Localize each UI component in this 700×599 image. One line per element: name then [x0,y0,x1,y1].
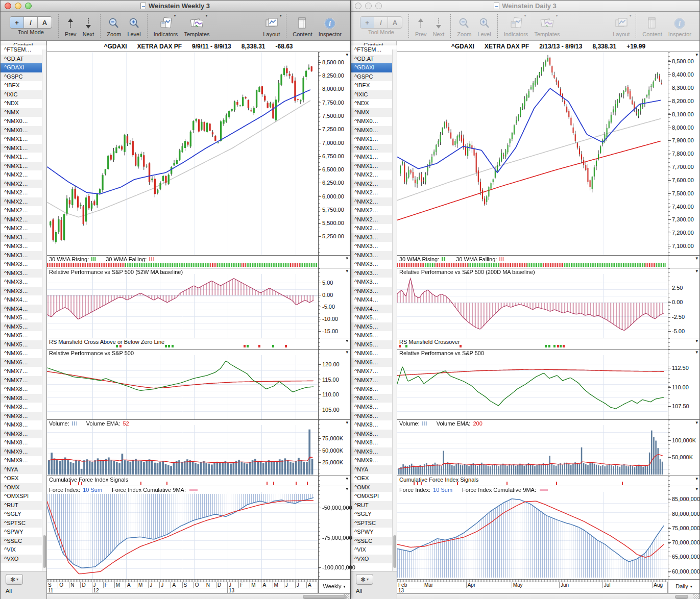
sidebar-item[interactable]: ^NMX8… [351,403,397,412]
sidebar-item[interactable]: ^SGLY [351,510,397,519]
resize-grip[interactable] [693,593,699,599]
sidebar-item[interactable]: ^NMX5… [1,340,46,350]
sidebar-item[interactable]: ^NMX9… [351,456,397,465]
mansfield-signal-panel-plot[interactable]: RS Mansfield Crossover [397,338,668,349]
sidebar-item[interactable]: ^NMX8… [351,394,397,403]
sidebar-item[interactable]: ^NMX8… [1,403,46,412]
sidebar-item[interactable]: ^FTSEM… [351,45,397,55]
sidebar-item[interactable]: ^NMX5… [1,331,46,340]
sidebar-item[interactable]: ^NMX9… [351,447,397,457]
templates-button[interactable]: ▾Templates [534,14,560,37]
sidebar-item[interactable]: ^NMX5… [351,313,397,322]
wma-trend-strip-plot[interactable]: 30 WMA Rising:30 WMA Falling: [47,256,318,268]
sidebar-item[interactable]: ^SPTSC [351,519,397,528]
sidebar-item[interactable]: ^NMX8… [351,412,397,421]
volume-panel-plot[interactable]: Volume:Volume EMA:200 [397,420,668,476]
sidebar-item[interactable]: ^SSEC [1,537,46,546]
sidebar-item[interactable]: ^NMX0… [351,126,397,135]
sidebar-item[interactable]: ^NMX1… [1,135,46,144]
sidebar-item[interactable]: ^NMX8… [1,430,46,439]
sidebar-item[interactable]: ^NMX2… [1,188,46,197]
sidebar-item[interactable]: ^NMX7… [1,367,46,376]
sidebar-item[interactable]: ^OMX [1,483,46,492]
force-index-panel-plot[interactable]: Force Index:10 SumForce Index Cumulative… [47,486,318,579]
sidebar-item[interactable]: ^NDX [1,99,46,108]
sidebar-item[interactable]: ^NMX2… [1,180,46,189]
timeframe-select[interactable]: Weekly [323,583,342,589]
panel-disclosure-icon[interactable]: ▾ [695,52,698,57]
sidebar-item[interactable]: ^IXIC [351,90,397,99]
sidebar-item[interactable]: ^NMX7… [351,376,397,385]
sidebar-item[interactable]: ^NMX2… [1,170,46,180]
sidebar-item[interactable]: ^NMX2… [1,215,46,224]
layout-button[interactable]: ▾Layout [613,14,630,37]
sidebar-item[interactable]: ^NMX8… [351,420,397,430]
panel-disclosure-icon[interactable]: ▾ [695,350,698,355]
inspector-button[interactable]: iInspector [319,14,342,37]
zoom-in-button[interactable]: Level [477,14,491,37]
mansfield-signal-panel-plot[interactable]: RS Mansfield Cross Above or Below Zero L… [47,338,318,349]
titlebar[interactable]: Weinstein Daily 3 [351,1,699,12]
tool-line-button[interactable]: / [24,17,38,28]
chart-canvas[interactable] [397,420,668,476]
content-button[interactable]: Content [642,14,662,37]
sidebar-item[interactable]: ^GD.AT [1,55,46,64]
sidebar-item[interactable]: ^NMX7… [1,376,46,385]
sidebar-item[interactable]: ^NMX7… [351,367,397,376]
close-button[interactable] [5,3,11,9]
sidebar-item[interactable]: ^NMX8… [1,412,46,421]
sidebar-item[interactable]: ^NMX6… [1,358,46,367]
relative-strength-panel-plot[interactable]: Relative Performance vs S&P 500 [47,350,318,419]
chart-canvas[interactable] [397,350,668,419]
sidebar-item[interactable]: ^NMX1… [1,153,46,162]
sidebar-item[interactable]: ^RUT [351,501,397,510]
panel-disclosure-icon[interactable]: ▾ [346,350,348,355]
sidebar-item[interactable]: ^NMX1… [351,135,397,144]
tool-text-button[interactable]: A [388,17,402,28]
sidebar-item[interactable]: ^NMX8… [351,430,397,439]
sidebar-item[interactable]: ^NMX2… [351,224,397,233]
inspector-button[interactable]: iInspector [668,14,691,37]
sidebar-item[interactable]: ^NMX1… [351,162,397,171]
relative-strength-panel-plot[interactable]: Relative Performance vs S&P 500 [397,350,668,419]
panel-disclosure-icon[interactable]: ▾ [695,256,698,261]
chart-canvas[interactable] [397,268,668,338]
sidebar-item[interactable]: ^NMX [351,108,397,117]
sidebar-item[interactable]: ^OEX [1,474,46,483]
chart-canvas[interactable] [47,350,318,419]
sidebar-item[interactable]: ^VXO [1,555,46,564]
sidebar-item[interactable]: ^GSPC [1,72,46,82]
sidebar-item[interactable]: ^NMX3… [351,242,397,251]
sidebar-item[interactable]: ^NMX8… [1,385,46,394]
sidebar-item[interactable]: ^GDAXI [351,63,397,72]
zoom-window-button[interactable] [25,3,32,9]
sidebar-item[interactable]: ^NMX1… [351,144,397,153]
sidebar-item[interactable]: ^OMXSPI [1,492,46,501]
panel-disclosure-icon[interactable]: ▾ [346,268,348,273]
wma-trend-strip-plot[interactable]: 30 WMA Rising:30 WMA Falling: [397,256,668,268]
sidebar-item[interactable]: ^OMX [351,483,397,492]
zoom-out-button[interactable]: Zoom [457,14,471,37]
sidebar-item[interactable]: ^NMX0… [1,126,46,135]
sidebar-item[interactable]: ^NYA [1,465,46,475]
tool-line-button[interactable]: / [374,17,388,28]
horizontal-scrollbar[interactable] [397,593,699,599]
sidebar-item[interactable]: ^NMX3… [351,260,397,269]
sidebar-item[interactable]: ^NMX3… [1,251,46,260]
sidebar-item[interactable]: ^NMX2… [1,206,46,215]
cumulative-force-signal-panel-plot[interactable]: Cumulative Force Index Signals [47,476,318,486]
chart-canvas[interactable] [47,486,318,579]
sidebar-item[interactable]: ^NMX8… [1,394,46,403]
chart-canvas[interactable] [397,486,668,579]
horizontal-scroll-thumb[interactable] [303,595,347,599]
sidebar-item[interactable]: ^GSPC [351,72,397,82]
next-button[interactable]: Next [433,14,445,37]
chart-canvas[interactable] [47,268,318,338]
tool-crosshair-button[interactable]: + [360,17,374,28]
sidebar-item[interactable]: ^NMX2… [1,197,46,207]
sidebar-item[interactable]: ^NMX3… [351,269,397,278]
resize-grip[interactable] [344,593,349,599]
sidebar-item[interactable]: ^NMX2… [351,197,397,207]
cumulative-force-signal-panel-plot[interactable]: Cumulative Force Index Signals [397,476,668,486]
sidebar-item[interactable]: ^NMX2… [351,170,397,180]
